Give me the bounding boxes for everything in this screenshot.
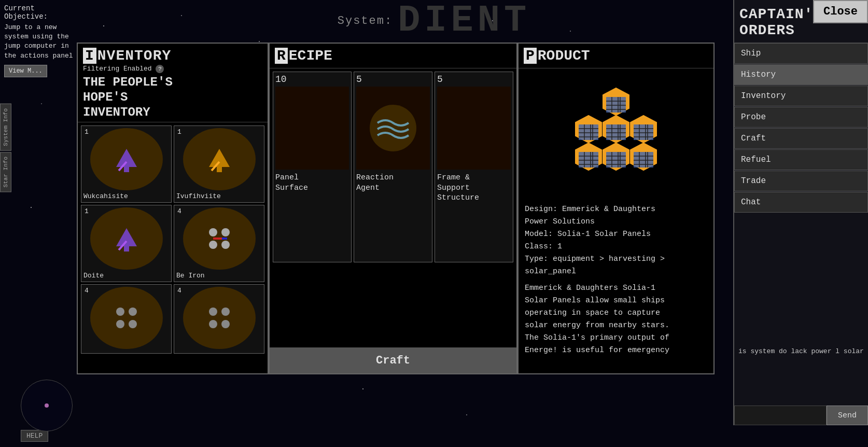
- close-button[interactable]: Close: [813, 0, 868, 23]
- svg-point-30: [129, 320, 137, 328]
- system-label: System:: [338, 15, 393, 27]
- inventory-item-be-iron[interactable]: 4 Be Iron: [174, 205, 264, 282]
- right-panel: CAPTAIN'S ORDERS Ship History Inventory …: [733, 0, 868, 425]
- recipe-title-rest: ECIPE: [289, 48, 332, 64]
- recipe-item-frame-support[interactable]: 5 Frame & Support Structure: [435, 72, 513, 262]
- mini-map: [21, 380, 73, 431]
- inventory-item-doite[interactable]: 1 Doite: [81, 205, 172, 282]
- system-info-tab[interactable]: System Info: [0, 104, 11, 151]
- solar-panel-svg: [556, 77, 676, 191]
- item-name-be-iron: Be Iron: [176, 272, 262, 280]
- product-panel: PRODUCT: [517, 43, 715, 374]
- svg-point-27: [116, 308, 124, 316]
- item-name-doite: Doite: [83, 272, 169, 280]
- mini-map-dot: [45, 403, 49, 408]
- trade-button[interactable]: Trade: [734, 171, 868, 191]
- history-button[interactable]: History: [734, 64, 868, 85]
- svg-point-31: [209, 308, 217, 316]
- svg-point-24: [221, 241, 230, 249]
- item-count: 1: [85, 128, 89, 136]
- product-title-rest: RODUCT: [538, 48, 590, 64]
- product-model: Model: Solia-1 Solar Panels: [525, 228, 707, 241]
- system-name: DIENT: [398, 0, 530, 42]
- inventory-item-ivufihviite[interactable]: 1 Ivufihviite: [174, 125, 264, 203]
- svg-point-23: [209, 241, 217, 249]
- svg-point-28: [129, 308, 137, 316]
- svg-point-32: [221, 308, 230, 316]
- filter-help[interactable]: ?: [156, 65, 164, 73]
- recipe-icon-1: [275, 87, 349, 170]
- inventory-panel: INVENTORY Filtering Enabled ? THE PEOPLE…: [77, 43, 269, 374]
- recipe-count-3: 5: [437, 74, 443, 85]
- product-design: Design: Emmerick & Daughters Power Solut…: [525, 203, 707, 228]
- inventory-title-I: I: [83, 48, 96, 64]
- product-title-P: P: [524, 48, 537, 64]
- recipe-icon-3: [437, 87, 511, 170]
- craft-nav-button[interactable]: Craft: [734, 128, 868, 149]
- item-count: 4: [177, 207, 181, 215]
- svg-rect-63: [579, 124, 598, 140]
- item-icon-doite: [90, 207, 163, 270]
- objective-title: Current Objective:: [4, 4, 76, 21]
- recipe-icon-2: [356, 87, 430, 170]
- svg-rect-47: [606, 97, 626, 113]
- item-count: 4: [177, 287, 181, 295]
- recipe-panel: RECIPE 10 Panel Surface 5: [269, 43, 517, 374]
- probe-button[interactable]: Probe: [734, 107, 868, 128]
- inventory-button[interactable]: Inventory: [734, 86, 868, 106]
- chat-input[interactable]: [734, 406, 827, 425]
- svg-rect-37: [453, 102, 495, 154]
- ship-name: THE PEOPLE'S HOPE'S INVENTORY: [83, 75, 262, 120]
- craft-button[interactable]: Craft: [270, 347, 516, 373]
- inventory-title-rest: NVENTORY: [97, 48, 171, 64]
- item-icon-5: [90, 287, 163, 349]
- recipe-name-3: Frame & Support Structure: [437, 173, 479, 203]
- svg-rect-39: [606, 124, 626, 140]
- recipe-ingredients: 10 Panel Surface 5 Reaction Agent: [270, 68, 516, 266]
- inventory-grid: 1 Wukcahisite 1 Ivufihviite 1: [78, 122, 268, 357]
- inventory-header: INVENTORY Filtering Enabled ? THE PEOPLE…: [78, 44, 268, 122]
- item-icon-6: [183, 287, 256, 349]
- svg-rect-35: [291, 102, 333, 154]
- item-icon-be-iron: [183, 207, 256, 270]
- send-button[interactable]: Send: [827, 406, 868, 425]
- filter-label: Filtering Enabled: [83, 65, 152, 73]
- recipe-item-panel-surface[interactable]: 10 Panel Surface: [273, 72, 352, 262]
- svg-rect-87: [634, 152, 653, 167]
- inventory-title: INVENTORY: [83, 48, 262, 64]
- svg-rect-79: [579, 152, 598, 167]
- inventory-item-6[interactable]: 4: [174, 284, 264, 354]
- product-desc-text: Emmerick & Daughters Solia-1 Solar Panel…: [525, 282, 707, 357]
- star-info-tab[interactable]: Star Info: [0, 152, 11, 192]
- chat-area: is system do lack power l solar: [734, 342, 868, 404]
- item-name-wukcahisite: Wukcahisite: [83, 192, 169, 200]
- objective-panel: Current Objective: Jump to a new system …: [0, 0, 80, 394]
- craft-label: Craft: [376, 354, 410, 367]
- svg-point-33: [209, 320, 217, 328]
- recipe-item-reaction-agent[interactable]: 5 Reaction Agent: [354, 72, 432, 262]
- item-icon-wukcahisite: [90, 128, 163, 190]
- chat-button[interactable]: Chat: [734, 192, 868, 213]
- svg-point-29: [116, 320, 124, 328]
- product-description: Design: Emmerick & Daughters Power Solut…: [519, 199, 713, 361]
- product-type: Type: equipment > harvesting > solar_pan…: [525, 253, 707, 278]
- inventory-item-5[interactable]: 4: [81, 284, 172, 354]
- filter-status: Filtering Enabled ?: [83, 65, 262, 73]
- recipe-title-R: R: [275, 48, 288, 64]
- view-map-button[interactable]: View M...: [4, 65, 47, 77]
- product-class: Class: 1: [525, 241, 707, 253]
- left-side-tabs: System Info Star Info: [0, 104, 15, 193]
- recipe-name-1: Panel Surface: [275, 173, 308, 193]
- item-count: 1: [177, 128, 181, 136]
- help-button[interactable]: HELP: [21, 430, 48, 442]
- recipe-count-2: 5: [356, 74, 362, 85]
- svg-point-34: [221, 320, 230, 328]
- item-icon-ivufihviite: [183, 128, 256, 190]
- refuel-button[interactable]: Refuel: [734, 149, 868, 170]
- inventory-item-wukcahisite[interactable]: 1 Wukcahisite: [81, 125, 172, 203]
- item-name-ivufihviite: Ivufihviite: [176, 192, 262, 200]
- recipe-count-1: 10: [275, 74, 287, 85]
- ship-button[interactable]: Ship: [734, 43, 868, 64]
- svg-rect-71: [634, 124, 653, 140]
- svg-point-13: [362, 388, 363, 389]
